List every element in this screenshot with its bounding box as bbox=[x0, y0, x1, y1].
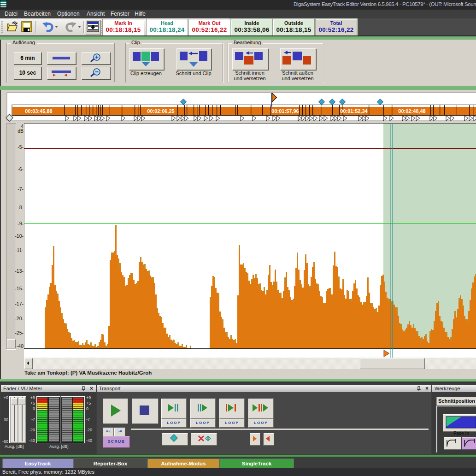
svg-text:00:02:40,48: 00:02:40,48 bbox=[398, 108, 425, 114]
svg-text:00:01:52,34: 00:01:52,34 bbox=[340, 108, 368, 114]
svg-text:00:01:57,96: 00:01:57,96 bbox=[271, 108, 299, 114]
svg-text:00:02:06,25: 00:02:06,25 bbox=[147, 108, 174, 114]
svg-text:00:03:45,88: 00:03:45,88 bbox=[25, 108, 52, 114]
